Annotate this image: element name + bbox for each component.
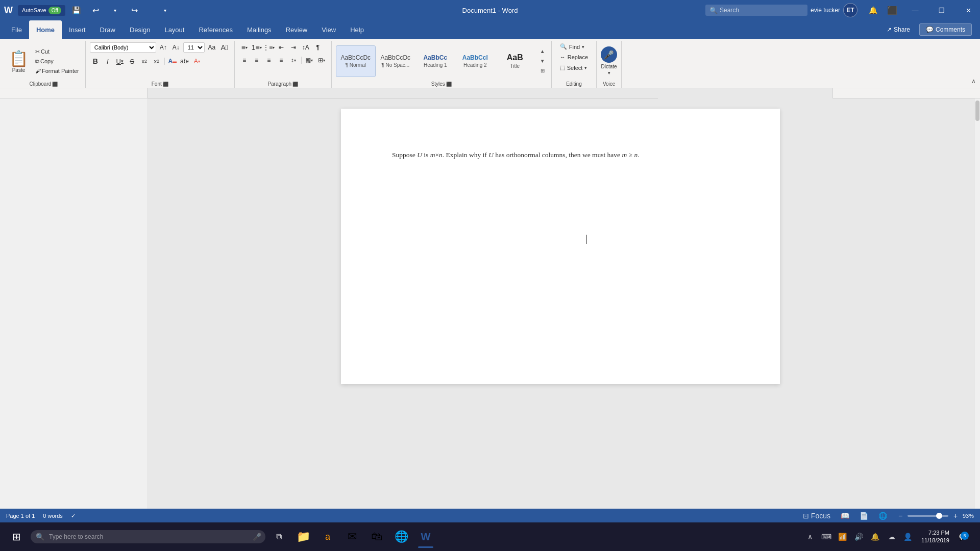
decrease-indent-btn[interactable]: ⇤	[276, 42, 287, 53]
taskbar-mail-btn[interactable]: ✉	[341, 525, 363, 548]
text-effects-btn[interactable]: A▬	[167, 56, 178, 67]
autosave-toggle-btn[interactable]: AutoSave Off	[18, 5, 65, 16]
doc-page[interactable]: Suppose U is m×n. Explain why if U has o…	[341, 109, 780, 384]
tab-help[interactable]: Help	[343, 20, 371, 39]
tab-home[interactable]: Home	[29, 20, 62, 39]
font-size-decrease-btn[interactable]: A↓	[170, 42, 182, 53]
taskbar-store-btn[interactable]: 🛍	[365, 525, 388, 548]
repeat-dropdown[interactable]	[146, 2, 154, 18]
undo-button[interactable]: ↩	[88, 2, 104, 18]
superscript-btn[interactable]: x2	[151, 56, 162, 67]
view-read-btn[interactable]: 📖	[839, 511, 851, 521]
align-right-btn[interactable]: ≡	[263, 55, 275, 66]
style-normal[interactable]: AaBbCcDc ¶ Normal	[336, 45, 376, 77]
font-size-select[interactable]: 11	[183, 42, 205, 53]
tab-view[interactable]: View	[314, 20, 343, 39]
show-paragraph-btn[interactable]: ¶	[312, 42, 324, 53]
scrollbar-right[interactable]	[974, 98, 980, 509]
sort-btn[interactable]: ↕A	[300, 42, 311, 53]
select-btn[interactable]: ⬚ Select ▾	[556, 63, 592, 72]
highlight-btn[interactable]: ab▾	[179, 56, 190, 67]
ribbon-display-btn[interactable]: ⬛	[884, 2, 900, 18]
volume-btn[interactable]: 🔊	[852, 530, 866, 544]
multilevel-list-btn[interactable]: ⋮≡▾	[263, 42, 275, 53]
find-btn[interactable]: 🔍 Find ▾	[556, 42, 589, 52]
focus-btn[interactable]: ⊡ Focus	[801, 511, 832, 521]
paste-btn[interactable]: 📋 Paste	[6, 47, 31, 75]
tab-draw[interactable]: Draw	[93, 20, 122, 39]
tab-references[interactable]: References	[191, 20, 239, 39]
task-view-btn[interactable]: ⧉	[267, 525, 290, 548]
view-web-btn[interactable]: 🌐	[876, 511, 889, 521]
share-btn[interactable]: ↗ Share	[880, 23, 916, 36]
notifications-bell-btn[interactable]: 🔔	[868, 530, 883, 544]
doc-area[interactable]: Suppose U is m×n. Explain why if U has o…	[147, 98, 974, 509]
styles-launcher[interactable]: ⬛	[446, 82, 452, 87]
title-search-input[interactable]	[705, 5, 807, 16]
people-btn[interactable]: 👤	[901, 530, 915, 544]
style-heading2[interactable]: AaBbCcI Heading 2	[455, 45, 495, 77]
hidden-icons-btn[interactable]: ∧	[803, 530, 817, 544]
taskbar-chrome-btn[interactable]: 🌐	[390, 525, 412, 548]
taskbar-amazon-btn[interactable]: a	[316, 525, 339, 548]
taskbar-search-input[interactable]	[31, 530, 265, 543]
user-avatar[interactable]: ET	[843, 3, 857, 17]
styles-scroll-up[interactable]: ▲	[538, 47, 547, 56]
font-size-increase-btn[interactable]: A↑	[158, 42, 169, 53]
taskbar-clock[interactable]: 7:23 PM 11/18/2019	[917, 527, 953, 547]
keyboard-btn[interactable]: ⌨	[819, 530, 834, 544]
notifications-btn[interactable]: 🔔	[865, 2, 881, 18]
increase-indent-btn[interactable]: ⇥	[288, 42, 299, 53]
change-case-btn[interactable]: Aa	[206, 42, 217, 53]
numbered-list-btn[interactable]: 1≡▾	[251, 42, 262, 53]
align-left-btn[interactable]: ≡	[239, 55, 250, 66]
taskbar-explorer-btn[interactable]: 📁	[292, 525, 314, 548]
zoom-in-btn[interactable]: +	[950, 511, 961, 521]
dictate-btn[interactable]: 🎤 Dictate ▾	[601, 46, 617, 76]
font-color-btn[interactable]: A▾	[191, 56, 203, 67]
view-print-btn[interactable]: 📄	[857, 511, 870, 521]
copy-btn[interactable]: ⧉ Copy	[33, 57, 81, 66]
comments-btn[interactable]: 💬 Comments	[919, 23, 972, 36]
zoom-slider-thumb[interactable]	[936, 513, 942, 519]
borders-btn[interactable]: ⊞▾	[316, 55, 327, 66]
customize-qat[interactable]: ▾	[157, 2, 174, 18]
save-button[interactable]: 💾	[68, 2, 85, 18]
zoom-out-btn[interactable]: −	[895, 511, 905, 521]
voice-search-btn[interactable]: 🎤	[253, 533, 261, 541]
minimize-btn[interactable]: —	[903, 0, 927, 20]
undo-dropdown[interactable]: ▾	[107, 2, 124, 18]
start-btn[interactable]: ⊞	[4, 524, 29, 549]
clipboard-launcher[interactable]: ⬛	[52, 82, 58, 87]
tab-layout[interactable]: Layout	[157, 20, 191, 39]
bullet-list-btn[interactable]: ≡▾	[239, 42, 250, 53]
tab-review[interactable]: Review	[279, 20, 315, 39]
onedrive-btn[interactable]: ☁	[885, 530, 899, 544]
line-spacing-btn[interactable]: ↕▾	[288, 55, 299, 66]
restore-btn[interactable]: ❐	[930, 0, 953, 20]
underline-btn[interactable]: U▾	[114, 56, 126, 67]
align-center-btn[interactable]: ≡	[251, 55, 262, 66]
shading-btn[interactable]: ▩▾	[304, 55, 315, 66]
style-no-spacing[interactable]: AaBbCcDc ¶ No Spac...	[376, 45, 415, 77]
italic-btn[interactable]: I	[102, 56, 113, 67]
paragraph-launcher[interactable]: ⬛	[292, 82, 298, 87]
cut-btn[interactable]: ✂ Cut	[33, 47, 81, 56]
tab-mailings[interactable]: Mailings	[240, 20, 279, 39]
style-title[interactable]: AaB Title	[495, 45, 535, 77]
strikethrough-btn[interactable]: S	[127, 56, 138, 67]
styles-expand[interactable]: ⊞	[538, 66, 547, 76]
styles-scroll-down[interactable]: ▼	[538, 57, 547, 66]
font-family-select[interactable]: Calibri (Body)	[90, 42, 156, 53]
style-heading1[interactable]: AaBbCc Heading 1	[415, 45, 455, 77]
tab-file[interactable]: File	[4, 20, 29, 39]
redo-button[interactable]: ↪	[127, 2, 143, 18]
replace-btn[interactable]: ↔ Replace	[556, 53, 592, 62]
show-desktop-btn[interactable]	[972, 524, 976, 549]
bold-btn[interactable]: B	[90, 56, 101, 67]
network-btn[interactable]: 📶	[836, 530, 850, 544]
clear-format-btn[interactable]: A⃝	[219, 42, 230, 53]
close-btn[interactable]: ✕	[957, 0, 980, 20]
subscript-btn[interactable]: x2	[139, 56, 150, 67]
justify-btn[interactable]: ≡	[276, 55, 287, 66]
